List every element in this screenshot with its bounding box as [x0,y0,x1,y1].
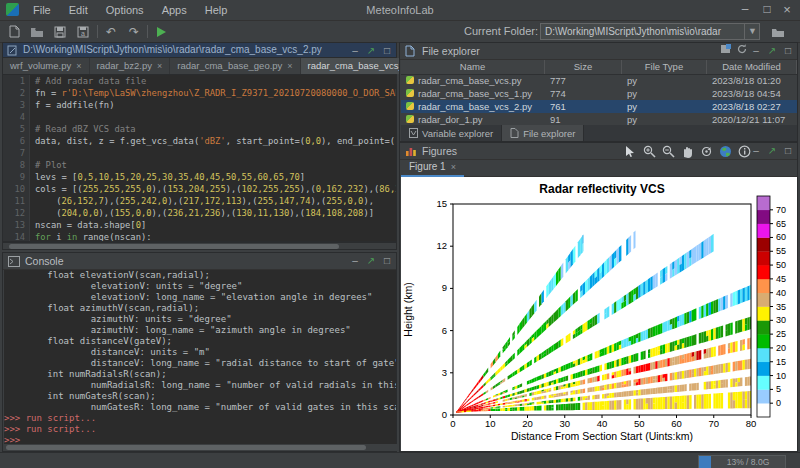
python-file-icon [406,76,414,84]
figures-icon [405,145,417,161]
tab-close-icon[interactable]: × [157,61,162,71]
svg-text:12: 12 [436,240,447,251]
window-minimize-button[interactable]: – [734,0,756,20]
rotate-icon[interactable] [699,144,713,158]
table-cell: radar_dor_1.py [401,113,545,125]
file-explorer-panel: File explorer – ↗ □ NameSizeFile TypeDat… [399,42,798,142]
select-cursor-icon[interactable] [623,144,637,158]
meteoinfo-logo-icon [6,3,19,16]
file-table[interactable]: radar_cma_base_vcs.py777py2023/8/18 01:2… [401,74,797,125]
console-panel: Console – ↗ □ float elevationV(scan,radi… [2,252,397,452]
table-row[interactable]: radar_dor_1.py91py2020/12/21 11:07 [401,113,797,125]
code-line[interactable]: 10cols = [(255,255,255,0),(153,204,255),… [3,183,396,195]
code-line[interactable]: 14for i in range(nscan): [3,231,396,242]
table-row[interactable]: radar_cma_base_vcs_1.py774py2023/8/18 04… [401,87,797,100]
column-header-size[interactable]: Size [545,60,622,74]
console-output[interactable]: float elevationV(scan,radial); elevation… [4,270,396,444]
column-header-file-type[interactable]: File Type [622,60,707,74]
editor-tab-radar_cma_base_geo.py[interactable]: radar_cma_base_geo.py× [170,58,300,74]
code-line[interactable]: 12 (204,0,0),(155,0,0),(236,21,236),(130… [3,207,396,219]
file-explorer-maximize-button[interactable]: □ [781,43,795,59]
console-minimize-button[interactable]: – [348,253,362,269]
tab-close-icon[interactable]: × [76,61,81,71]
memory-indicator[interactable]: 13% / 8.0G [698,455,786,468]
editor-float-button[interactable]: ↗ [364,43,378,59]
editor-horizontal-scrollbar[interactable] [2,242,397,250]
code-line[interactable]: 11 (26,152,7),(255,242,0),(217,172,113),… [3,195,396,207]
code-line[interactable]: 3f = addfile(fn) [3,99,396,111]
window-close-button[interactable]: × [776,0,798,20]
browse-folder-button[interactable] [770,24,786,39]
figures-minimize-button[interactable]: – [749,143,763,159]
figures-maximize-button[interactable]: □ [781,143,795,159]
editor-minimize-button[interactable]: – [348,43,362,59]
menu-item-help[interactable]: Help [196,0,237,20]
tab-file-explorer[interactable]: File explorer [502,125,584,141]
file-explorer-title: File explorer [422,45,480,57]
run-script-button[interactable] [153,24,169,39]
main-toolbar: a ↶ ↷ Current Folder: D:\Working\MIScrip… [0,21,800,43]
console-prompt-line: >>> [4,435,396,444]
new-file-button[interactable] [6,24,22,39]
file-table-header[interactable]: NameSizeFile TypeDate Modified [401,60,797,75]
figures-float-button[interactable]: ↗ [765,143,779,159]
open-folder-button[interactable] [29,24,45,39]
current-folder-label: Current Folder: [464,21,538,42]
tab-variable-explorer[interactable]: Variable explorer [401,125,502,141]
zoom-in-icon[interactable] [642,144,656,158]
globe-icon[interactable] [718,144,732,158]
code-line[interactable]: 2fn = r'D:\Temp\LaSW\zhengzhou\Z_RADR_I_… [3,87,396,99]
column-header-date-modified[interactable]: Date Modified [707,60,797,74]
window-maximize-button[interactable]: □ [756,0,778,20]
console-maximize-button[interactable]: □ [380,253,394,269]
redo-button[interactable]: ↷ [126,24,142,39]
undo-button[interactable]: ↶ [103,24,119,39]
figure-tab-label: Figure 1 [409,160,446,175]
figure-tab[interactable]: Figure 1 × [401,160,464,177]
code-line[interactable]: 13nscan = data.shape[0] [3,219,396,231]
add-file-icon[interactable] [719,43,733,59]
code-line[interactable]: 9levs = [0,5,10,15,20,25,30,35,40,45,50,… [3,171,396,183]
code-editor[interactable]: 1# Add radar data file2fn = r'D:\Temp\La… [2,74,397,242]
zoom-out-icon[interactable] [661,144,675,158]
figure-tab-close-icon[interactable]: × [451,160,456,175]
svg-text:0: 0 [450,418,455,429]
save-button[interactable] [52,24,68,39]
console-horizontal-scrollbar[interactable] [4,444,397,451]
menu-item-options[interactable]: Options [97,0,153,20]
code-line[interactable]: 4 [3,111,396,123]
svg-text:15: 15 [776,357,786,367]
console-float-button[interactable]: ↗ [364,253,378,269]
python-file-icon [406,89,414,97]
table-cell: 2020/12/21 11:07 [707,113,797,125]
svg-text:Height (km): Height (km) [402,282,414,336]
code-line[interactable]: 8# Plot [3,159,396,171]
menu-item-file[interactable]: File [24,0,60,20]
file-explorer-minimize-button[interactable]: – [749,43,763,59]
svg-text:50: 50 [634,418,645,429]
current-folder-combo[interactable]: D:\Working\MIScript\Jython\mis\io\radar [540,23,760,40]
code-line[interactable]: 5# Read dBZ VCS data [3,123,396,135]
code-line[interactable]: 7 [3,147,396,159]
code-line[interactable]: 6data, dist, z = f.get_vcs_data('dBZ', s… [3,135,396,147]
status-bar: 13% / 8.0G [0,452,800,468]
editor-tab-wrf_volume.py[interactable]: wrf_volume.py× [3,58,90,74]
pan-hand-icon[interactable] [680,144,694,158]
editor-tab-radar_bz2.py[interactable]: radar_bz2.py× [90,58,171,74]
chevron-down-icon[interactable]: ▼ [744,23,760,40]
menu-item-edit[interactable]: Edit [60,0,97,20]
code-line[interactable]: 1# Add radar data file [3,75,396,87]
svg-text:65: 65 [776,219,786,229]
menu-item-apps[interactable]: Apps [153,0,196,20]
memory-usage-fill [699,456,711,468]
tab-close-icon[interactable]: × [287,61,292,71]
column-header-name[interactable]: Name [401,60,545,74]
save-as-button[interactable]: a [75,24,91,39]
figure-canvas[interactable]: Radar reflectivity VCSHeight (km)Distanc… [401,177,797,451]
file-explorer-float-button[interactable]: ↗ [765,43,779,59]
table-row[interactable]: radar_cma_base_vcs.py777py2023/8/18 01:2… [401,74,797,87]
refresh-icon[interactable] [735,43,749,59]
console-output-line: numRadialsR: long_name = "number of vali… [4,380,396,391]
editor-maximize-button[interactable]: □ [380,43,394,59]
table-row[interactable]: radar_cma_base_vcs_2.py761py2023/8/18 02… [401,100,797,113]
